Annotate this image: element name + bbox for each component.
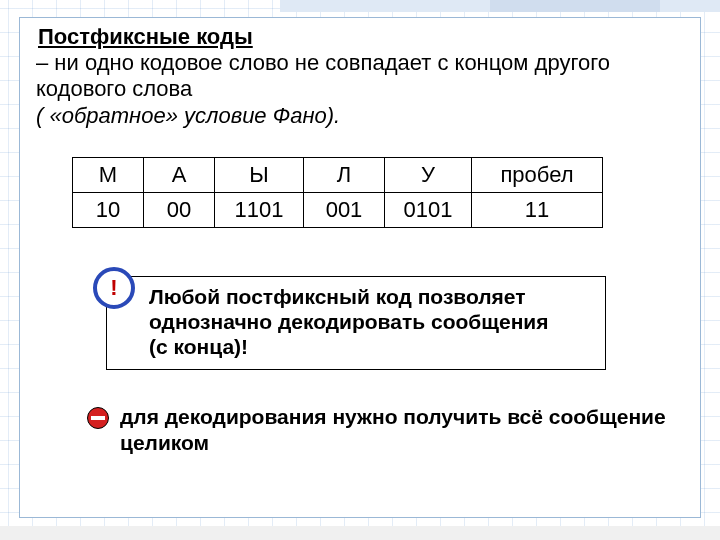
warning-row: для декодирования нужно получить всё соо… (86, 404, 684, 454)
svg-rect-1 (91, 416, 105, 420)
value-cell: 0101 (385, 193, 472, 228)
heading-title: Постфиксные коды (38, 24, 684, 50)
warning-line-1: для декодирования нужно получить всё соо… (120, 405, 666, 428)
table-row-values: 10 00 1101 001 0101 11 (73, 193, 603, 228)
header-cell: пробел (472, 158, 603, 193)
header-cell: М (73, 158, 144, 193)
header-cell: А (144, 158, 215, 193)
header-cell: Л (304, 158, 385, 193)
definition-fano: ( «обратное» условие Фано). (36, 103, 340, 128)
value-cell: 11 (472, 193, 603, 228)
exclamation-badge-icon: ! (93, 267, 135, 309)
content-frame: Постфиксные коды – ни одно кодовое слово… (19, 17, 701, 518)
table-row-headers: М А Ы Л У пробел (73, 158, 603, 193)
decorative-top-bar-dark (490, 0, 660, 12)
decorative-bottom-strip (0, 526, 720, 540)
no-entry-icon (86, 406, 110, 430)
definition: – ни одно кодовое слово не совпадает с к… (36, 50, 684, 129)
note-line-3: (с конца)! (149, 335, 248, 358)
value-cell: 001 (304, 193, 385, 228)
warning-text: для декодирования нужно получить всё соо… (120, 404, 666, 454)
codes-table: М А Ы Л У пробел 10 00 1101 001 0101 11 (72, 157, 603, 228)
note-line-2: однозначно декодировать сообщения (149, 310, 549, 333)
warning-line-2: целиком (120, 431, 209, 454)
value-cell: 10 (73, 193, 144, 228)
header-cell: Ы (215, 158, 304, 193)
value-cell: 00 (144, 193, 215, 228)
definition-line-2: кодового слова (36, 76, 192, 101)
note-box: ! Любой постфиксный код позволяет однозн… (106, 276, 606, 370)
definition-line-1: – ни одно кодовое слово не совпадает с к… (36, 50, 610, 75)
note-line-1: Любой постфиксный код позволяет (149, 285, 526, 308)
value-cell: 1101 (215, 193, 304, 228)
header-cell: У (385, 158, 472, 193)
